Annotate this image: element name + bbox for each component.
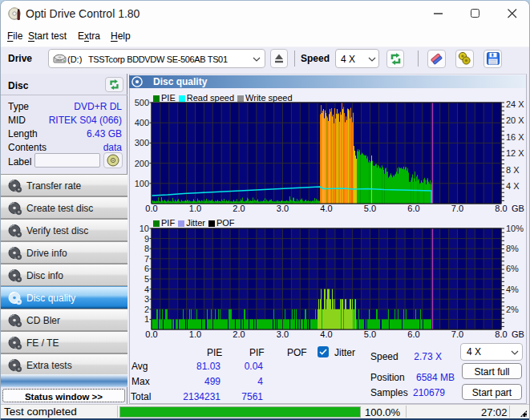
svg-text:8.0: 8.0 [495, 329, 507, 339]
svg-text:2: 2 [144, 305, 149, 314]
svg-text:GB: GB [512, 329, 524, 339]
svg-text:5.0: 5.0 [364, 329, 376, 339]
svg-text:12 X: 12 X [506, 148, 524, 158]
svg-text:10%: 10% [506, 224, 524, 233]
svg-text:4.0: 4.0 [320, 329, 332, 339]
svg-text:6%: 6% [506, 264, 519, 273]
svg-text:7: 7 [144, 254, 149, 264]
svg-text:GB: GB [512, 204, 524, 213]
svg-text:4 X: 4 X [506, 181, 520, 191]
svg-text:5.0: 5.0 [364, 204, 376, 213]
svg-text:0.0: 0.0 [145, 329, 157, 339]
svg-text:24 X: 24 X [506, 99, 524, 109]
svg-text:200: 200 [135, 159, 149, 168]
svg-text:100: 100 [135, 179, 149, 188]
svg-text:3: 3 [144, 294, 149, 304]
svg-text:6: 6 [144, 264, 149, 273]
svg-text:4%: 4% [506, 285, 519, 294]
svg-text:0.0: 0.0 [145, 204, 157, 213]
svg-text:7.0: 7.0 [451, 329, 463, 339]
svg-text:8%: 8% [506, 244, 519, 253]
svg-text:4.0: 4.0 [320, 204, 332, 213]
svg-text:8 X: 8 X [506, 165, 520, 175]
svg-text:7.0: 7.0 [451, 204, 463, 213]
svg-text:16 X: 16 X [506, 132, 524, 142]
svg-text:8.0: 8.0 [495, 204, 507, 213]
svg-text:4: 4 [144, 285, 149, 294]
svg-text:6.0: 6.0 [407, 204, 419, 213]
svg-text:10: 10 [140, 224, 149, 233]
svg-text:8: 8 [144, 244, 149, 253]
svg-text:2.0: 2.0 [233, 329, 245, 339]
svg-text:20 X: 20 X [506, 115, 524, 125]
svg-text:2.0: 2.0 [233, 204, 245, 213]
svg-text:1.0: 1.0 [189, 204, 201, 213]
svg-text:400: 400 [135, 118, 149, 127]
svg-text:9: 9 [144, 234, 149, 244]
svg-text:500: 500 [135, 98, 149, 107]
svg-text:1: 1 [144, 314, 149, 324]
svg-text:3.0: 3.0 [277, 204, 289, 213]
svg-text:6.0: 6.0 [407, 329, 419, 339]
svg-text:1.0: 1.0 [189, 329, 201, 339]
svg-text:3.0: 3.0 [277, 329, 289, 339]
svg-text:300: 300 [135, 138, 149, 147]
svg-text:2%: 2% [506, 305, 519, 314]
svg-text:5: 5 [144, 274, 149, 284]
